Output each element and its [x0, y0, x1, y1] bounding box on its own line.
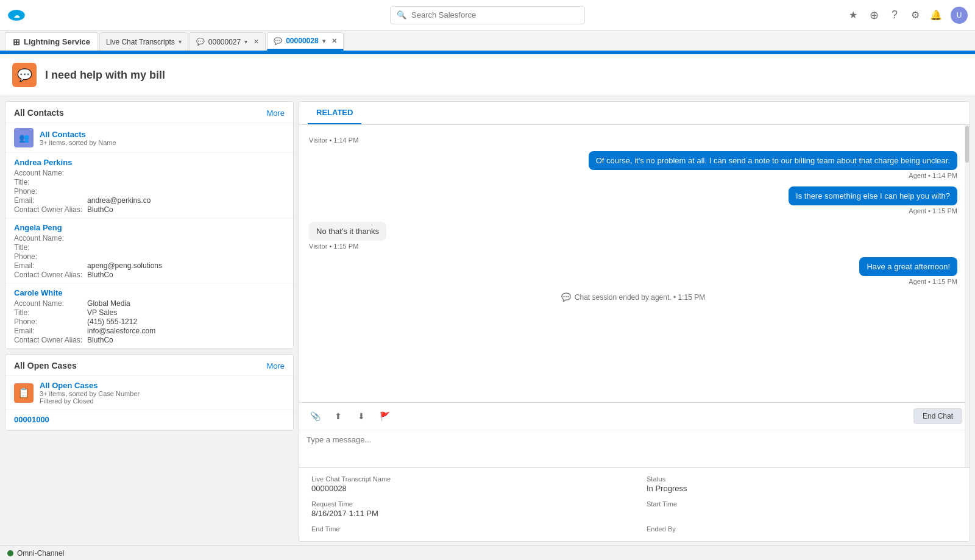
angela-email-value: apeng@peng.solutions	[87, 261, 285, 270]
tab-live-chat-dropdown-icon[interactable]: ▾	[179, 38, 182, 45]
all-cases-sub: 3+ items, sorted by Case Number	[40, 390, 140, 397]
chat-input[interactable]	[307, 435, 962, 459]
tab-live-chat-label: Live Chat Transcripts	[106, 38, 175, 46]
bottom-bar: Omni-Channel	[0, 545, 975, 560]
case-title: I need help with my bill	[45, 69, 165, 82]
case-00001000: 00001000	[5, 410, 293, 430]
angela-owner-label: Contact Owner Alias:	[14, 271, 82, 279]
andrea-email-value: andrea@perkins.co	[87, 196, 285, 205]
right-tabs: RELATED	[299, 102, 970, 125]
top-navigation: ☁ 🔍 ★ ⊕ ? ⚙ 🔔 U	[0, 0, 975, 30]
attach-button[interactable]: 📎	[307, 408, 324, 425]
tab-00000028-label: 00000028	[286, 37, 318, 45]
chat-msg-agent-4: Have a great afternoon! Agent • 1:15 PM	[859, 257, 957, 285]
tab-00000028-dropdown-icon[interactable]: ▾	[322, 38, 325, 44]
tab-00000027[interactable]: 💬 00000027 ▾ ✕	[190, 32, 266, 51]
contact-angela-fields: Account Name: Title: Phone: Email: apeng…	[14, 234, 285, 279]
chat-msg-agent-1: Of course, it's no problem at all. I can…	[589, 151, 957, 179]
all-cases-filter: Filtered by Closed	[40, 397, 140, 405]
angela-title-label: Title:	[14, 243, 82, 252]
carole-title-label: Title:	[14, 308, 82, 317]
add-icon[interactable]: ⊕	[868, 9, 880, 21]
angela-phone-label: Phone:	[14, 252, 82, 261]
andrea-phone-value	[87, 187, 285, 196]
cases-card: All Open Cases More 📋 All Open Cases 3+ …	[5, 354, 294, 431]
transcript-name-value: 00000028	[311, 484, 622, 493]
contact-carole-name[interactable]: Carole White	[14, 288, 285, 297]
status-value: In Progress	[647, 484, 957, 493]
notifications-icon[interactable]: 🔔	[930, 9, 942, 21]
app-tab-label: Lightning Service	[24, 37, 90, 46]
cases-more-link[interactable]: More	[266, 361, 285, 370]
end-time-label: End Time	[311, 525, 622, 533]
tab-live-chat-transcripts[interactable]: Live Chat Transcripts ▾	[99, 32, 188, 51]
search-input[interactable]	[411, 10, 578, 19]
angela-phone-value	[87, 252, 285, 261]
app-tab[interactable]: ⊞ Lightning Service	[5, 32, 98, 51]
tab-00000027-close-icon[interactable]: ✕	[254, 38, 259, 46]
omni-status-dot	[7, 550, 13, 556]
transcript-name-label: Live Chat Transcript Name	[311, 475, 622, 483]
tab-00000028-close-icon[interactable]: ✕	[332, 37, 337, 45]
omni-channel-label[interactable]: Omni-Channel	[17, 549, 64, 558]
all-cases-list-item[interactable]: 📋 All Open Cases 3+ items, sorted by Cas…	[5, 376, 293, 410]
avatar[interactable]: U	[951, 7, 968, 24]
grid-icon: ⊞	[13, 37, 20, 47]
chat-msg-visitor-0: Visitor • 1:14 PM	[309, 135, 358, 144]
andrea-owner-value: BluthCo	[87, 205, 285, 214]
contact-andrea-name[interactable]: Andrea Perkins	[14, 158, 285, 167]
request-time-label: Request Time	[311, 500, 622, 508]
contact-carole-fields: Account Name: Global Media Title: VP Sal…	[14, 299, 285, 344]
chat-ts-agent-4: Agent • 1:15 PM	[859, 278, 957, 285]
search-bar[interactable]: 🔍	[390, 6, 585, 24]
carole-title-value: VP Sales	[87, 308, 285, 317]
case-number[interactable]: 00001000	[14, 415, 285, 424]
request-time-group: Request Time 8/16/2017 1:11 PM	[311, 500, 622, 518]
contacts-card: All Contacts More 👥 All Contacts 3+ item…	[5, 101, 294, 349]
start-time-group: Start Time	[647, 500, 957, 518]
carole-owner-value: BluthCo	[87, 336, 285, 344]
help-icon[interactable]: ?	[888, 9, 901, 21]
carole-phone-value: (415) 555-1212	[87, 317, 285, 326]
all-contacts-label: All Contacts	[40, 130, 116, 139]
settings-icon[interactable]: ⚙	[909, 9, 921, 21]
chat-ts-visitor-3: Visitor • 1:15 PM	[309, 243, 386, 250]
andrea-owner-label: Contact Owner Alias:	[14, 205, 82, 214]
contacts-card-title: All Contacts	[14, 108, 64, 118]
tab-00000027-dropdown-icon[interactable]: ▾	[244, 38, 247, 45]
angela-title-value	[87, 243, 285, 252]
tab-00000028-icon: 💬	[274, 37, 282, 45]
salesforce-logo[interactable]: ☁	[7, 6, 26, 24]
contact-angela-name[interactable]: Angela Peng	[14, 223, 285, 232]
all-contacts-sub: 3+ items, sorted by Name	[40, 139, 116, 146]
ended-by-label: Ended By	[647, 525, 957, 533]
chat-area[interactable]: Visitor • 1:14 PM Of course, it's no pro…	[299, 125, 970, 402]
andrea-account-value	[87, 169, 285, 177]
detail-footer: Live Chat Transcript Name 00000028 Statu…	[299, 467, 970, 541]
all-contacts-info: All Contacts 3+ items, sorted by Name	[40, 130, 116, 146]
all-contacts-list-item[interactable]: 👥 All Contacts 3+ items, sorted by Name	[5, 123, 293, 153]
tab-00000027-icon: 💬	[196, 38, 205, 46]
chat-msg-visitor-3: No that's it thanks Visitor • 1:15 PM	[309, 222, 386, 250]
favorites-icon[interactable]: ★	[847, 9, 859, 21]
tab-00000028[interactable]: 💬 00000028 ▾ ✕	[267, 32, 343, 51]
andrea-email-label: Email:	[14, 196, 82, 205]
contacts-more-link[interactable]: More	[266, 108, 285, 118]
cases-card-header: All Open Cases More	[5, 355, 293, 376]
angela-email-label: Email:	[14, 261, 82, 270]
case-header: 💬 I need help with my bill	[0, 52, 975, 96]
andrea-account-label: Account Name:	[14, 169, 82, 177]
svg-text:☁: ☁	[13, 11, 20, 18]
carole-owner-label: Contact Owner Alias:	[14, 336, 82, 344]
carole-email-value: info@salesforce.com	[87, 327, 285, 335]
contact-andrea-fields: Account Name: Title: Phone: Email: andre…	[14, 169, 285, 214]
chat-ts-visitor-0: Visitor • 1:14 PM	[309, 136, 358, 144]
end-chat-button[interactable]: End Chat	[913, 408, 962, 424]
main-content: 💬 I need help with my bill All Contacts …	[0, 52, 975, 545]
flag-button[interactable]: 🚩	[376, 408, 393, 425]
tab-related[interactable]: RELATED	[308, 102, 361, 124]
all-cases-icon: 📋	[14, 383, 34, 403]
contact-angela-peng: Angela Peng Account Name: Title: Phone: …	[5, 218, 293, 283]
download-button[interactable]: ⬇	[353, 408, 370, 425]
upload-button[interactable]: ⬆	[330, 408, 347, 425]
